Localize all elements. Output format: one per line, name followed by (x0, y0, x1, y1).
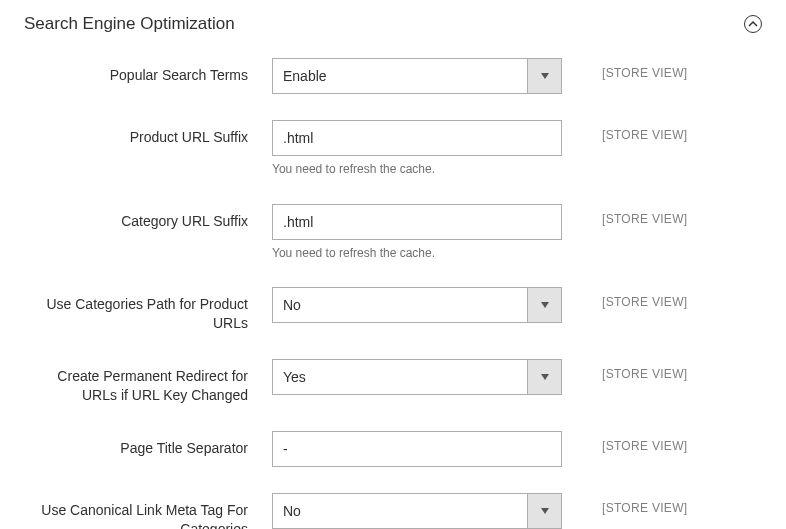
field-label: Category URL Suffix (24, 204, 272, 231)
select-value: No (273, 503, 527, 519)
chevron-up-icon (748, 19, 758, 29)
field-scope: [STORE VIEW] (562, 431, 687, 453)
dropdown-arrow-icon (527, 288, 561, 322)
field-scope: [STORE VIEW] (562, 204, 687, 226)
dropdown-arrow-icon (527, 360, 561, 394)
field-label: Product URL Suffix (24, 120, 272, 147)
field-control: You need to refresh the cache. (272, 204, 562, 262)
field-label: Create Permanent Redirect for URLs if UR… (24, 359, 272, 405)
select-value: No (273, 297, 527, 313)
product-url-suffix-input[interactable] (272, 120, 562, 156)
field-category-url-suffix: Category URL Suffix You need to refresh … (24, 204, 762, 262)
section-title: Search Engine Optimization (24, 14, 235, 34)
dropdown-arrow-icon (527, 59, 561, 93)
field-note: You need to refresh the cache. (272, 162, 562, 178)
field-scope: [STORE VIEW] (562, 287, 687, 309)
create-permanent-redirect-select[interactable]: Yes (272, 359, 562, 395)
field-control: Enable (272, 58, 562, 94)
page-title-separator-input[interactable] (272, 431, 562, 467)
collapse-toggle[interactable] (744, 15, 762, 33)
field-label: Use Canonical Link Meta Tag For Categori… (24, 493, 272, 529)
section-header: Search Engine Optimization (0, 0, 786, 48)
field-use-canonical-categories: Use Canonical Link Meta Tag For Categori… (24, 493, 762, 529)
field-scope: [STORE VIEW] (562, 58, 687, 80)
field-scope: [STORE VIEW] (562, 493, 687, 515)
field-create-permanent-redirect: Create Permanent Redirect for URLs if UR… (24, 359, 762, 405)
field-label: Page Title Separator (24, 431, 272, 458)
field-scope: [STORE VIEW] (562, 359, 687, 381)
field-control: No (272, 493, 562, 529)
field-control: Yes (272, 359, 562, 395)
field-control: You need to refresh the cache. (272, 120, 562, 178)
select-value: Enable (273, 68, 527, 84)
popular-search-terms-select[interactable]: Enable (272, 58, 562, 94)
field-use-categories-path: Use Categories Path for Product URLs No … (24, 287, 762, 333)
field-scope: [STORE VIEW] (562, 120, 687, 142)
category-url-suffix-input[interactable] (272, 204, 562, 240)
field-product-url-suffix: Product URL Suffix You need to refresh t… (24, 120, 762, 178)
field-control (272, 431, 562, 467)
field-popular-search-terms: Popular Search Terms Enable [STORE VIEW] (24, 58, 762, 94)
form-body: Popular Search Terms Enable [STORE VIEW]… (0, 48, 786, 529)
field-page-title-separator: Page Title Separator [STORE VIEW] (24, 431, 762, 467)
dropdown-arrow-icon (527, 494, 561, 528)
use-categories-path-select[interactable]: No (272, 287, 562, 323)
field-note: You need to refresh the cache. (272, 246, 562, 262)
use-canonical-categories-select[interactable]: No (272, 493, 562, 529)
field-label: Use Categories Path for Product URLs (24, 287, 272, 333)
select-value: Yes (273, 369, 527, 385)
field-control: No (272, 287, 562, 323)
field-label: Popular Search Terms (24, 58, 272, 85)
